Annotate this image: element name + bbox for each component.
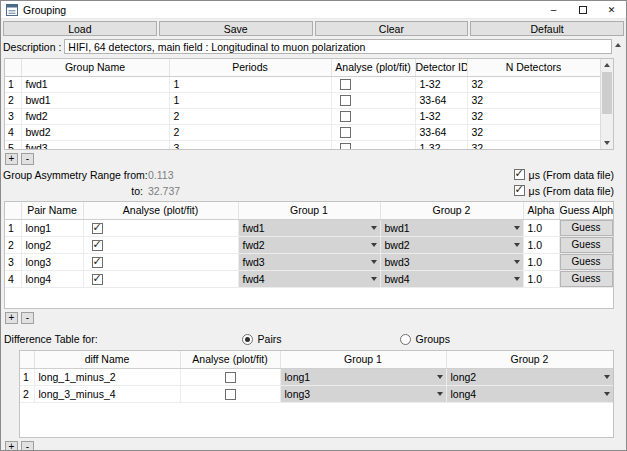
- minimize-button[interactable]: –: [539, 1, 568, 19]
- scroll-up-button[interactable]: [601, 59, 613, 71]
- analyse-checkbox[interactable]: [340, 95, 351, 106]
- guess-alpha-button[interactable]: Guess: [560, 237, 613, 253]
- group-name-cell[interactable]: fwd2: [21, 108, 169, 124]
- diff-table-controls: + -: [5, 441, 626, 451]
- periods-cell[interactable]: 1: [169, 76, 331, 92]
- guess-alpha-button[interactable]: Guess: [560, 271, 613, 287]
- pair-name-cell[interactable]: long2: [21, 236, 83, 253]
- periods-cell[interactable]: 2: [169, 124, 331, 140]
- guess-alpha-button[interactable]: Guess: [560, 254, 613, 270]
- group1-combo[interactable]: fwd2: [239, 237, 380, 253]
- maximize-button[interactable]: [568, 1, 597, 19]
- group-name-cell[interactable]: fwd1: [21, 76, 169, 92]
- radio-pairs[interactable]: Pairs: [242, 333, 282, 345]
- periods-cell[interactable]: 1: [169, 92, 331, 108]
- pair-name-cell[interactable]: long4: [21, 270, 83, 287]
- col-group2: Group 2: [380, 202, 523, 219]
- description-field[interactable]: HIFI, 64 detectors, main field : Longitu…: [64, 39, 612, 54]
- group-table-controls: + -: [5, 153, 626, 165]
- detector-ids-cell[interactable]: 33-64: [415, 92, 467, 108]
- periods-cell[interactable]: 2: [169, 108, 331, 124]
- diff-table-container: diff Name Analyse (plot/fit) Group 1 Gro…: [19, 350, 614, 438]
- asymmetry-to-label: to:: [3, 185, 143, 197]
- combo-value: fwd2: [243, 239, 265, 251]
- chevron-down-icon: [437, 375, 443, 379]
- scrollbar-thumb[interactable]: [602, 72, 612, 114]
- group2-combo[interactable]: bwd4: [381, 271, 523, 287]
- group2-combo[interactable]: long4: [447, 386, 613, 402]
- diff-name-cell[interactable]: long_3_minus_4: [34, 385, 180, 402]
- analyse-checkbox[interactable]: [340, 111, 351, 122]
- diff-name-cell[interactable]: long_1_minus_2: [34, 368, 180, 385]
- analyse-cell: [331, 140, 415, 150]
- from-data-file-checkbox[interactable]: [514, 169, 525, 180]
- clear-button[interactable]: Clear: [315, 21, 469, 36]
- group-table-scrollbar[interactable]: [600, 59, 613, 149]
- save-button[interactable]: Save: [159, 21, 313, 36]
- radio-groups-label: Groups: [416, 333, 450, 345]
- group1-combo[interactable]: fwd4: [239, 271, 380, 287]
- group1-combo[interactable]: long3: [281, 386, 446, 402]
- n-detectors-cell[interactable]: 32: [467, 124, 600, 140]
- alpha-cell[interactable]: 1.0: [523, 236, 559, 253]
- group-name-cell[interactable]: bwd2: [21, 124, 169, 140]
- analyse-checkbox[interactable]: [92, 240, 103, 251]
- analyse-checkbox[interactable]: [92, 257, 103, 268]
- add-pair-button[interactable]: +: [5, 312, 18, 324]
- pair-table: Pair Name Analyse (plot/fit) Group 1 Gro…: [5, 202, 614, 288]
- analyse-checkbox[interactable]: [225, 372, 236, 383]
- n-detectors-cell[interactable]: 32: [467, 92, 600, 108]
- analyse-checkbox[interactable]: [340, 143, 351, 150]
- analyse-checkbox[interactable]: [340, 79, 351, 90]
- pair-name-cell[interactable]: long1: [21, 219, 83, 236]
- detector-ids-cell[interactable]: 1-32: [415, 140, 467, 150]
- group2-cell: long2: [446, 368, 613, 385]
- guess-alpha-button[interactable]: Guess: [560, 220, 613, 236]
- alpha-cell[interactable]: 1.0: [523, 270, 559, 287]
- description-label: Description :: [3, 41, 61, 53]
- group2-combo[interactable]: bwd1: [381, 220, 523, 236]
- group-table: Group Name Periods Analyse (plot/fit) De…: [5, 59, 601, 150]
- pair-name-cell[interactable]: long3: [21, 253, 83, 270]
- default-button[interactable]: Default: [470, 21, 624, 36]
- asymmetry-to-value[interactable]: 32.737: [148, 185, 180, 197]
- remove-diff-button[interactable]: -: [21, 441, 34, 451]
- row-number: 1: [20, 368, 34, 385]
- detector-ids-cell[interactable]: 1-32: [415, 76, 467, 92]
- analyse-checkbox[interactable]: [225, 389, 236, 400]
- add-group-button[interactable]: +: [5, 153, 18, 165]
- from-data-file-checkbox[interactable]: [514, 185, 525, 196]
- combo-value: long2: [451, 371, 477, 383]
- detector-ids-cell[interactable]: 1-32: [415, 108, 467, 124]
- asymmetry-from-unit-check: μs (From data file): [514, 169, 614, 181]
- group1-combo[interactable]: long1: [281, 369, 446, 385]
- analyse-checkbox[interactable]: [92, 223, 103, 234]
- alpha-cell[interactable]: 1.0: [523, 219, 559, 236]
- group2-combo[interactable]: long2: [447, 369, 613, 385]
- n-detectors-cell[interactable]: 32: [467, 108, 600, 124]
- group2-combo[interactable]: bwd2: [381, 237, 523, 253]
- asymmetry-from-value[interactable]: 0.113: [148, 169, 174, 181]
- radio-groups[interactable]: Groups: [400, 333, 450, 345]
- load-button[interactable]: Load: [3, 21, 157, 36]
- n-detectors-cell[interactable]: 32: [467, 140, 600, 150]
- close-button[interactable]: ✕: [597, 1, 626, 19]
- detector-ids-cell[interactable]: 33-64: [415, 124, 467, 140]
- chevron-down-icon: [371, 260, 377, 264]
- group-name-cell[interactable]: bwd1: [21, 92, 169, 108]
- group2-combo[interactable]: bwd3: [381, 254, 523, 270]
- chevron-down-icon: [514, 226, 520, 230]
- group1-combo[interactable]: fwd1: [239, 220, 380, 236]
- remove-pair-button[interactable]: -: [21, 312, 34, 324]
- analyse-checkbox[interactable]: [340, 127, 351, 138]
- add-diff-button[interactable]: +: [5, 441, 18, 451]
- n-detectors-cell[interactable]: 32: [467, 76, 600, 92]
- group-name-cell[interactable]: fwd3: [21, 140, 169, 150]
- alpha-cell[interactable]: 1.0: [523, 253, 559, 270]
- group1-combo[interactable]: fwd3: [239, 254, 380, 270]
- remove-group-button[interactable]: -: [21, 153, 34, 165]
- periods-cell[interactable]: 3: [169, 140, 331, 150]
- scroll-down-button[interactable]: [601, 137, 613, 149]
- description-scroll-up[interactable]: [612, 39, 624, 54]
- analyse-checkbox[interactable]: [92, 274, 103, 285]
